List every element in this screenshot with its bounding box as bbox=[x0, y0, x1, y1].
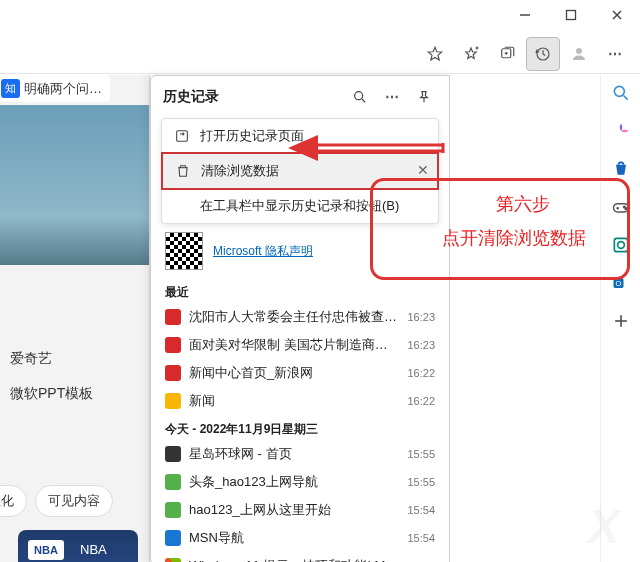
privacy-link[interactable]: Microsoft 隐私声明 bbox=[213, 243, 313, 260]
section-recent: 最近 bbox=[151, 278, 449, 303]
history-row-title: hao123_上网从这里开始 bbox=[189, 501, 399, 519]
history-icon[interactable] bbox=[526, 37, 560, 71]
window-maximize-button[interactable] bbox=[548, 0, 594, 30]
profile-icon[interactable] bbox=[562, 37, 596, 71]
chip-personalize[interactable]: 性化 bbox=[0, 485, 27, 517]
history-row[interactable]: 头条_hao123上网导航15:55 bbox=[151, 468, 449, 496]
window-minimize-button[interactable] bbox=[502, 0, 548, 30]
history-row-title: 新闻中心首页_新浪网 bbox=[189, 364, 399, 382]
history-row-title: 星岛环球网 - 首页 bbox=[189, 445, 399, 463]
svg-point-12 bbox=[576, 48, 582, 54]
history-row-time: 15:55 bbox=[407, 476, 435, 488]
browser-toolbar: ⋯ bbox=[0, 34, 640, 74]
history-title: 历史记录 bbox=[163, 88, 341, 106]
svg-marker-4 bbox=[428, 47, 442, 60]
favicon-icon bbox=[165, 393, 181, 409]
history-row-title: Windows 11 提示、技巧和功能| Microsoft bbox=[189, 557, 399, 562]
svg-marker-5 bbox=[466, 48, 477, 59]
svg-point-17 bbox=[614, 86, 624, 96]
history-row[interactable]: hao123_上网从这里开始15:54 bbox=[151, 496, 449, 524]
svg-rect-1 bbox=[567, 11, 576, 20]
sidebar-add-icon[interactable] bbox=[609, 309, 633, 333]
svg-point-13 bbox=[355, 92, 363, 100]
favicon-icon bbox=[165, 337, 181, 353]
history-row[interactable]: MSN导航15:54 bbox=[151, 524, 449, 552]
history-row-title: 头条_hao123上网导航 bbox=[189, 473, 399, 491]
favicon-icon bbox=[165, 365, 181, 381]
favicon-icon bbox=[165, 530, 181, 546]
sidebar-search-icon[interactable] bbox=[609, 81, 633, 105]
news-card[interactable]: NBA NBA 湖砂湖人 bbox=[18, 530, 138, 562]
bg-link-ppt[interactable]: 微软PPT模板 bbox=[10, 385, 93, 403]
favicon-icon bbox=[165, 502, 181, 518]
qr-code-icon bbox=[165, 232, 203, 270]
bg-link-iqiyi[interactable]: 爱奇艺 bbox=[10, 350, 52, 368]
annotation-text-2: 点开清除浏览数据 bbox=[442, 226, 586, 250]
history-row[interactable]: 新闻16:22 bbox=[151, 387, 449, 415]
background-tab: 节，随 知 明确两个问… bbox=[0, 75, 110, 102]
history-row-time: 16:22 bbox=[407, 395, 435, 407]
history-row-time: 16:23 bbox=[407, 339, 435, 351]
window-close-button[interactable] bbox=[594, 0, 640, 30]
chip-visible-content[interactable]: 可见内容 bbox=[35, 485, 113, 517]
section-today: 今天 - 2022年11月9日星期三 bbox=[151, 415, 449, 440]
sidebar-discover-icon[interactable] bbox=[609, 119, 633, 143]
history-row-title: 沈阳市人大常委会主任付忠伟被查，今年已… bbox=[189, 308, 399, 326]
history-row-title: 面对美对华限制 美国芯片制造商出招了|美国… bbox=[189, 336, 399, 354]
history-row-time: 15:54 bbox=[407, 504, 435, 516]
history-row[interactable]: 星岛环球网 - 首页15:55 bbox=[151, 440, 449, 468]
history-row-title: 新闻 bbox=[189, 392, 399, 410]
history-row[interactable]: 面对美对华限制 美国芯片制造商出招了|美国…16:23 bbox=[151, 331, 449, 359]
add-favorite-icon[interactable] bbox=[454, 37, 488, 71]
annotation-text-1: 第六步 bbox=[496, 192, 550, 216]
history-row-time: 16:23 bbox=[407, 311, 435, 323]
favicon-icon bbox=[165, 474, 181, 490]
thumbnail-image bbox=[0, 105, 150, 265]
history-row-title: MSN导航 bbox=[189, 529, 399, 547]
history-row-time: 15:54 bbox=[407, 532, 435, 544]
history-row[interactable]: 沈阳市人大常委会主任付忠伟被查，今年已…16:23 bbox=[151, 303, 449, 331]
page-background: 节，随 知 明确两个问… 爱奇艺 微软PPT模板 性化 可见内容 NBA NBA… bbox=[0, 75, 150, 562]
history-more-icon[interactable]: ⋯ bbox=[379, 84, 405, 110]
favicon-icon bbox=[165, 309, 181, 325]
annotation-arrow bbox=[288, 135, 448, 167]
watermark: X bbox=[588, 499, 620, 554]
history-row[interactable]: 新闻中心首页_新浪网16:22 bbox=[151, 359, 449, 387]
favicon-icon bbox=[165, 558, 181, 562]
svg-marker-32 bbox=[288, 135, 318, 161]
history-row-time: 16:22 bbox=[407, 367, 435, 379]
collections-icon[interactable] bbox=[490, 37, 524, 71]
history-row[interactable]: Windows 11 提示、技巧和功能| Microsoft15:54 bbox=[151, 552, 449, 562]
favorite-star-icon[interactable] bbox=[418, 37, 452, 71]
history-search-icon[interactable] bbox=[347, 84, 373, 110]
more-icon[interactable]: ⋯ bbox=[598, 37, 632, 71]
history-row-time: 15:55 bbox=[407, 448, 435, 460]
history-pin-icon[interactable] bbox=[411, 84, 437, 110]
svg-rect-16 bbox=[177, 131, 188, 142]
svg-line-18 bbox=[623, 96, 627, 100]
favicon-icon bbox=[165, 446, 181, 462]
svg-line-14 bbox=[362, 99, 365, 102]
edge-sidebar: O bbox=[600, 75, 640, 562]
